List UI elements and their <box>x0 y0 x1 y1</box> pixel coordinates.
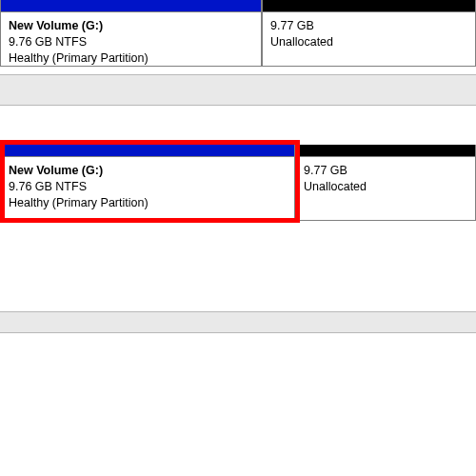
unallocated-stripe <box>263 0 475 11</box>
partition-primary[interactable]: New Volume (G:)9.76 GB NTFSHealthy (Prim… <box>0 156 295 221</box>
partition-name: New Volume (G:) <box>9 18 253 34</box>
partition-size: 9.77 GB <box>270 18 467 34</box>
partition-status: Unallocated <box>304 179 467 195</box>
partition-header <box>0 0 262 11</box>
primary-partition-stripe <box>1 145 294 156</box>
primary-partition-stripe <box>1 0 261 11</box>
disk-header-row <box>0 145 476 156</box>
partition-name: New Volume (G:) <box>9 163 287 179</box>
row-separator <box>0 74 476 106</box>
disk-header-row <box>0 0 476 11</box>
partition-size: 9.76 GB NTFS <box>9 34 253 50</box>
partition-status: Healthy (Primary Partition) <box>9 195 287 211</box>
partition-header <box>0 145 295 156</box>
partition-header <box>295 145 476 156</box>
disk-body-row: New Volume (G:)9.76 GB NTFSHealthy (Prim… <box>0 11 476 67</box>
partition-status: Unallocated <box>270 34 467 50</box>
partition-status: Healthy (Primary Partition) <box>9 50 253 67</box>
partition-size: 9.76 GB NTFS <box>9 179 287 195</box>
partition-primary[interactable]: New Volume (G:)9.76 GB NTFSHealthy (Prim… <box>0 11 262 67</box>
partition-size: 9.77 GB <box>304 163 467 179</box>
partition-unallocated[interactable]: 9.77 GBUnallocated <box>262 11 476 67</box>
partition-header <box>262 0 476 11</box>
unallocated-stripe <box>296 145 475 156</box>
row-separator <box>0 311 476 333</box>
partition-unallocated[interactable]: 9.77 GBUnallocated <box>295 156 476 221</box>
disk-body-row: New Volume (G:)9.76 GB NTFSHealthy (Prim… <box>0 156 476 221</box>
